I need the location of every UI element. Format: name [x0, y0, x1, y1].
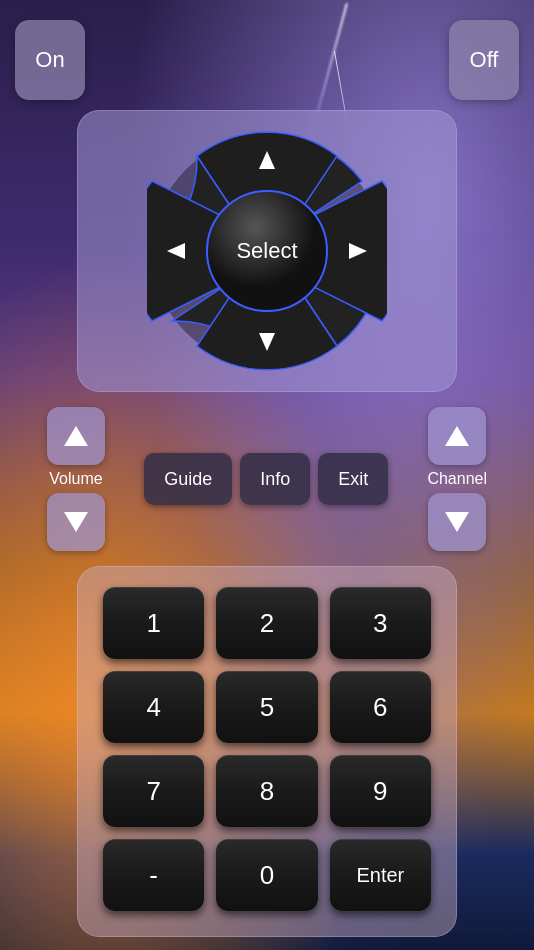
select-label: Select	[236, 238, 297, 263]
channel-down-icon	[445, 512, 469, 532]
controls-row: Volume Guide Info Exit Channel	[47, 407, 487, 551]
key-2-button[interactable]: 2	[216, 587, 317, 659]
key-Enter-button[interactable]: Enter	[330, 839, 431, 911]
power-off-button[interactable]: Off	[449, 20, 519, 100]
remote-container: On Off	[0, 0, 534, 950]
keypad-panel: 123456789-0Enter	[77, 566, 457, 937]
exit-button[interactable]: Exit	[318, 453, 388, 505]
channel-label: Channel	[427, 470, 487, 488]
key-1-button[interactable]: 1	[103, 587, 204, 659]
volume-label: Volume	[49, 470, 102, 488]
power-on-button[interactable]: On	[15, 20, 85, 100]
info-button[interactable]: Info	[240, 453, 310, 505]
key-3-button[interactable]: 3	[330, 587, 431, 659]
volume-up-icon	[64, 426, 88, 446]
guide-info-exit-group: Guide Info Exit	[144, 453, 388, 505]
volume-group: Volume	[47, 407, 105, 551]
volume-down-icon	[64, 512, 88, 532]
dpad-svg: Select	[147, 131, 387, 371]
volume-down-button[interactable]	[47, 493, 105, 551]
channel-up-button[interactable]	[428, 407, 486, 465]
channel-group: Channel	[427, 407, 487, 551]
dpad: Select	[147, 131, 387, 371]
channel-down-button[interactable]	[428, 493, 486, 551]
key-6-button[interactable]: 6	[330, 671, 431, 743]
guide-button[interactable]: Guide	[144, 453, 232, 505]
key-9-button[interactable]: 9	[330, 755, 431, 827]
key-4-button[interactable]: 4	[103, 671, 204, 743]
key-5-button[interactable]: 5	[216, 671, 317, 743]
key-7-button[interactable]: 7	[103, 755, 204, 827]
key-0-button[interactable]: 0	[216, 839, 317, 911]
power-row: On Off	[0, 20, 534, 100]
keypad-grid: 123456789-0Enter	[103, 587, 431, 911]
volume-up-button[interactable]	[47, 407, 105, 465]
dpad-panel: Select	[77, 110, 457, 392]
key---button[interactable]: -	[103, 839, 204, 911]
channel-up-icon	[445, 426, 469, 446]
key-8-button[interactable]: 8	[216, 755, 317, 827]
